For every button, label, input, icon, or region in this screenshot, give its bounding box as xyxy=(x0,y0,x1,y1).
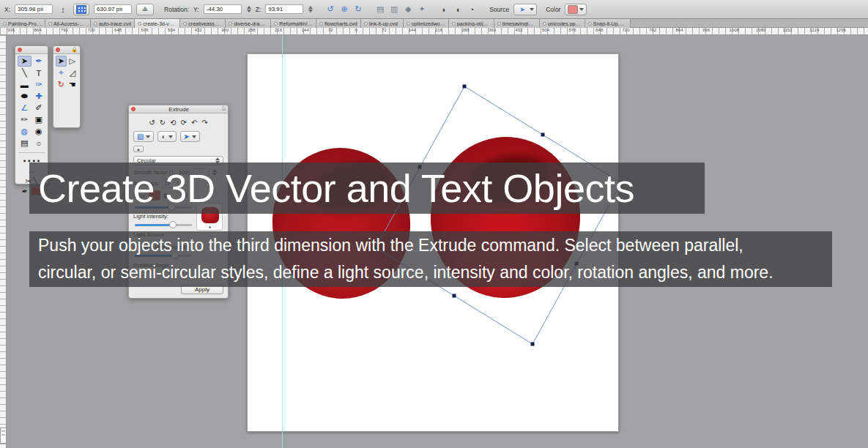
y-position-field[interactable]: 630.97 px xyxy=(94,4,132,14)
shading-mode-icon-0[interactable]: ◗ xyxy=(438,4,450,15)
extrude-shading-dropdown[interactable]: ◐ xyxy=(157,131,176,142)
object-action-icon-3[interactable]: ✦ xyxy=(416,4,428,15)
extrude-rotate-icon-1[interactable]: ↻ xyxy=(160,119,166,127)
align-grid-button[interactable] xyxy=(73,4,89,15)
selection-palette-titlebar[interactable]: 🔒 xyxy=(53,46,80,54)
extrude-panel-title: Extrude xyxy=(138,106,220,113)
lasso-tool[interactable]: ◿ xyxy=(67,67,78,78)
tab-close-icon[interactable] xyxy=(452,22,456,26)
rotation-z-stepper[interactable] xyxy=(308,6,313,12)
angle-tool[interactable]: ∠ xyxy=(18,102,31,113)
camera-tool[interactable]: ◉ xyxy=(32,126,46,137)
document-tab-8[interactable]: link-it-up.cvd xyxy=(361,19,404,28)
ruler-label: 0 xyxy=(355,28,357,32)
eyedropper-tool[interactable]: ✐ xyxy=(32,102,46,113)
tab-label: auto-trace.cvd xyxy=(99,21,131,26)
rotation-y-field[interactable]: -44.30 xyxy=(204,4,242,14)
extrude-rotate-icon-2[interactable]: ⟲ xyxy=(170,119,176,127)
source-dropdown[interactable]: ➤ xyxy=(513,4,537,15)
tab-close-icon[interactable] xyxy=(3,22,7,26)
tab-close-icon[interactable] xyxy=(138,22,141,26)
light-intensity-slider[interactable] xyxy=(135,224,192,226)
document-tab-10[interactable]: packing-objects.c... xyxy=(449,19,494,28)
tab-close-icon[interactable] xyxy=(497,22,501,26)
ruler-label: 216 xyxy=(435,28,442,32)
document-tab-5[interactable]: diverse-drawing c... xyxy=(226,19,271,28)
tools-palette-titlebar[interactable] xyxy=(15,46,48,54)
object-action-icon-1[interactable]: ▥ xyxy=(388,4,400,15)
pen-tool[interactable]: ✑ xyxy=(32,79,46,90)
extrude-rotate-icon-5[interactable]: ↷ xyxy=(201,119,207,127)
line-tool[interactable]: ╲ xyxy=(18,67,31,78)
object-action-icon-2[interactable]: ◆ xyxy=(402,4,414,15)
document-tab-13[interactable]: Snap-It-Up.cvd xyxy=(585,19,631,28)
tab-close-icon[interactable] xyxy=(543,22,546,26)
tab-close-icon[interactable] xyxy=(274,22,278,26)
zoom-tool[interactable]: ○ xyxy=(32,138,46,149)
tab-close-icon[interactable] xyxy=(588,22,592,26)
tab-close-icon[interactable] xyxy=(183,22,187,26)
rotate-3d-icon-0[interactable]: ↺ xyxy=(324,4,336,15)
node-tool[interactable]: ✚ xyxy=(32,91,46,102)
brush-tool[interactable]: ✒ xyxy=(32,56,46,67)
text-tool[interactable]: T xyxy=(32,67,46,78)
light-position-dot[interactable] xyxy=(209,226,211,228)
extrude-rotate-icon-3[interactable]: ⟳ xyxy=(181,119,187,127)
tab-close-icon[interactable] xyxy=(94,22,97,26)
close-icon[interactable] xyxy=(18,48,22,52)
document-tab-1[interactable]: All-Access-Attrib... xyxy=(45,19,91,28)
extrude-rotate-icon-4[interactable]: ↶ xyxy=(191,119,197,127)
ruler-scroll-nub[interactable] xyxy=(0,428,7,444)
document-tab-0[interactable]: Painting-Provisio... xyxy=(0,19,45,28)
document-tab-9[interactable]: optimizedworkspa... xyxy=(404,19,449,28)
edit-angle-button[interactable]: ⟁ xyxy=(136,4,154,15)
tab-close-icon[interactable] xyxy=(48,22,52,26)
ruler-label: 72 xyxy=(382,28,387,32)
tab-close-icon[interactable] xyxy=(319,22,323,26)
close-icon[interactable] xyxy=(56,48,60,52)
document-tab-6[interactable]: Reformattin/bilt... xyxy=(271,19,316,28)
rotate-3d-icon-1[interactable]: ⊕ xyxy=(338,4,350,15)
rotate-view-tool[interactable]: ⌖ xyxy=(56,67,67,78)
rotation-z-field[interactable]: 93.91 xyxy=(265,4,303,14)
subtitle-banner: Push your objects into the third dimensi… xyxy=(29,231,832,287)
document-tab-3[interactable]: create-3d-v3ctor... xyxy=(135,19,180,28)
stamp-tool[interactable]: ▣ xyxy=(32,114,46,125)
pencil-tool[interactable]: ✏ xyxy=(18,114,31,125)
globe-brush-tool[interactable]: ◍ xyxy=(18,126,31,137)
close-icon[interactable] xyxy=(131,107,136,111)
ellipse-tool[interactable]: ⬬ xyxy=(18,91,31,102)
extrude-shape-dropdown[interactable]: ▧ xyxy=(133,131,154,142)
select-tool[interactable]: ➤ xyxy=(18,56,31,67)
direct-select-tool[interactable]: ➤ xyxy=(56,56,67,67)
link-dimensions-icon[interactable]: ↕ xyxy=(57,4,69,15)
detach-icon[interactable]: ⍗ xyxy=(222,105,226,113)
orbit-tool[interactable]: ↻ xyxy=(56,79,67,90)
object-action-icon-0[interactable]: ▤ xyxy=(374,4,386,15)
document-tab-4[interactable]: creativeassets.cvd xyxy=(180,19,226,28)
collapse-button[interactable]: ▲ xyxy=(133,146,144,152)
extrude-rotate-icon-0[interactable]: ↺ xyxy=(149,119,155,127)
tab-close-icon[interactable] xyxy=(229,22,232,26)
dropdown-glyph-icon: ▧ xyxy=(137,132,144,141)
document-tab-11[interactable]: timesavingtext.cvd xyxy=(494,19,540,28)
dropdown-glyph-icon: ◐ xyxy=(161,132,166,141)
x-position-field[interactable]: 305.98 px xyxy=(15,4,53,14)
group-select-tool[interactable]: ▷ xyxy=(67,56,78,67)
rotation-y-stepper[interactable] xyxy=(247,6,251,12)
document-tab-2[interactable]: auto-trace.cvd xyxy=(91,19,135,28)
rotate-3d-icon-2[interactable]: ↻ xyxy=(352,4,364,15)
tab-close-icon[interactable] xyxy=(407,22,410,26)
shading-mode-icon-1[interactable]: ◖ xyxy=(452,4,464,15)
rectangle-tool[interactable]: ▬ xyxy=(18,79,31,90)
mouse-tool[interactable]: ▤ xyxy=(18,138,31,149)
extrude-panel-titlebar[interactable]: Extrude ⍗ xyxy=(129,105,228,113)
document-tab-12[interactable]: unicodes.pport.c... xyxy=(540,19,585,28)
vertical-ruler xyxy=(0,35,7,448)
document-tab-7[interactable]: flowcharts.cvd xyxy=(316,19,360,28)
color-well[interactable] xyxy=(565,4,587,15)
shading-mode-icon-2[interactable]: ◔ xyxy=(466,4,478,15)
extrude-source-dropdown[interactable]: ➤ xyxy=(180,131,200,142)
tab-close-icon[interactable] xyxy=(364,22,368,26)
hand-tool[interactable]: ☚ xyxy=(67,79,78,90)
